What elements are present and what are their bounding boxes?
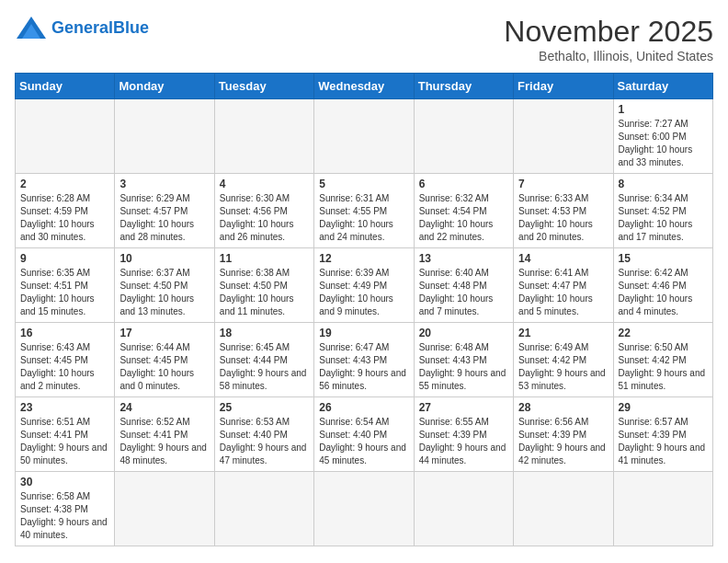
calendar-week-6: 30Sunrise: 6:58 AM Sunset: 4:38 PM Dayli… (16, 472, 713, 546)
day-number: 23 (20, 401, 109, 414)
day-number: 1 (619, 103, 708, 116)
day-info: Sunrise: 6:49 AM Sunset: 4:42 PM Dayligh… (518, 341, 608, 393)
column-header-monday: Monday (115, 74, 214, 99)
calendar-cell (414, 472, 513, 546)
day-info: Sunrise: 6:30 AM Sunset: 4:56 PM Dayligh… (220, 192, 309, 244)
calendar-cell (16, 99, 115, 174)
column-header-friday: Friday (514, 74, 613, 99)
column-header-thursday: Thursday (414, 74, 513, 99)
day-info: Sunrise: 6:51 AM Sunset: 4:41 PM Dayligh… (20, 416, 109, 467)
calendar-cell: 27Sunrise: 6:55 AM Sunset: 4:39 PM Dayli… (414, 397, 513, 472)
calendar-cell: 4Sunrise: 6:30 AM Sunset: 4:56 PM Daylig… (214, 174, 313, 248)
day-info: Sunrise: 6:32 AM Sunset: 4:54 PM Dayligh… (419, 192, 508, 244)
day-number: 7 (518, 178, 608, 190)
day-number: 8 (619, 178, 708, 190)
day-number: 22 (619, 327, 708, 339)
calendar-cell (115, 472, 214, 546)
calendar-cell: 10Sunrise: 6:37 AM Sunset: 4:50 PM Dayli… (115, 248, 214, 323)
day-info: Sunrise: 7:27 AM Sunset: 6:00 PM Dayligh… (619, 118, 708, 169)
calendar-cell: 5Sunrise: 6:31 AM Sunset: 4:55 PM Daylig… (314, 174, 414, 248)
day-info: Sunrise: 6:37 AM Sunset: 4:50 PM Dayligh… (119, 267, 209, 318)
calendar-cell: 25Sunrise: 6:53 AM Sunset: 4:40 PM Dayli… (214, 397, 313, 472)
calendar-cell: 2Sunrise: 6:28 AM Sunset: 4:59 PM Daylig… (16, 174, 115, 248)
calendar-cell (314, 99, 414, 174)
day-number: 3 (119, 178, 209, 190)
calendar-cell: 11Sunrise: 6:38 AM Sunset: 4:50 PM Dayli… (214, 248, 313, 323)
calendar-cell (214, 472, 313, 546)
day-number: 6 (419, 178, 508, 190)
day-number: 24 (119, 401, 209, 414)
calendar-cell: 24Sunrise: 6:52 AM Sunset: 4:41 PM Dayli… (115, 397, 214, 472)
day-info: Sunrise: 6:33 AM Sunset: 4:53 PM Dayligh… (518, 192, 608, 244)
column-header-sunday: Sunday (16, 74, 115, 99)
day-info: Sunrise: 6:48 AM Sunset: 4:43 PM Dayligh… (419, 341, 508, 393)
day-info: Sunrise: 6:28 AM Sunset: 4:59 PM Dayligh… (20, 192, 109, 244)
day-number: 17 (119, 327, 209, 339)
column-header-tuesday: Tuesday (214, 74, 313, 99)
day-number: 21 (518, 327, 608, 339)
calendar-cell (314, 472, 414, 546)
day-number: 10 (119, 252, 209, 265)
day-number: 25 (220, 401, 309, 414)
day-info: Sunrise: 6:57 AM Sunset: 4:39 PM Dayligh… (619, 416, 708, 467)
day-number: 4 (220, 178, 309, 190)
calendar-cell: 14Sunrise: 6:41 AM Sunset: 4:47 PM Dayli… (514, 248, 613, 323)
calendar-cell: 1Sunrise: 7:27 AM Sunset: 6:00 PM Daylig… (613, 99, 712, 174)
calendar-cell (115, 99, 214, 174)
day-info: Sunrise: 6:42 AM Sunset: 4:46 PM Dayligh… (619, 267, 708, 318)
calendar-cell: 8Sunrise: 6:34 AM Sunset: 4:52 PM Daylig… (613, 174, 712, 248)
calendar-cell: 21Sunrise: 6:49 AM Sunset: 4:42 PM Dayli… (514, 323, 613, 397)
day-number: 18 (220, 327, 309, 339)
calendar-cell: 7Sunrise: 6:33 AM Sunset: 4:53 PM Daylig… (514, 174, 613, 248)
day-number: 15 (619, 252, 708, 265)
day-info: Sunrise: 6:40 AM Sunset: 4:48 PM Dayligh… (419, 267, 508, 318)
logo-general: General (51, 18, 113, 37)
calendar-cell (414, 99, 513, 174)
logo-icon (15, 15, 48, 40)
day-info: Sunrise: 6:55 AM Sunset: 4:39 PM Dayligh… (419, 416, 508, 467)
day-info: Sunrise: 6:45 AM Sunset: 4:44 PM Dayligh… (220, 341, 309, 393)
calendar-cell: 9Sunrise: 6:35 AM Sunset: 4:51 PM Daylig… (16, 248, 115, 323)
column-header-wednesday: Wednesday (314, 74, 414, 99)
calendar-cell: 12Sunrise: 6:39 AM Sunset: 4:49 PM Dayli… (314, 248, 414, 323)
calendar-cell (514, 99, 613, 174)
day-info: Sunrise: 6:50 AM Sunset: 4:42 PM Dayligh… (619, 341, 708, 393)
day-info: Sunrise: 6:52 AM Sunset: 4:41 PM Dayligh… (119, 416, 209, 467)
day-number: 14 (518, 252, 608, 265)
day-info: Sunrise: 6:44 AM Sunset: 4:45 PM Dayligh… (119, 341, 209, 393)
day-number: 29 (619, 401, 708, 414)
day-info: Sunrise: 6:31 AM Sunset: 4:55 PM Dayligh… (319, 192, 408, 244)
calendar-cell: 13Sunrise: 6:40 AM Sunset: 4:48 PM Dayli… (414, 248, 513, 323)
day-number: 16 (20, 327, 109, 339)
logo-text: GeneralBlue (51, 19, 149, 36)
calendar-cell: 17Sunrise: 6:44 AM Sunset: 4:45 PM Dayli… (115, 323, 214, 397)
calendar-cell: 18Sunrise: 6:45 AM Sunset: 4:44 PM Dayli… (214, 323, 313, 397)
calendar-cell: 23Sunrise: 6:51 AM Sunset: 4:41 PM Dayli… (16, 397, 115, 472)
calendar-week-2: 2Sunrise: 6:28 AM Sunset: 4:59 PM Daylig… (16, 174, 713, 248)
day-number: 27 (419, 401, 508, 414)
calendar-cell: 3Sunrise: 6:29 AM Sunset: 4:57 PM Daylig… (115, 174, 214, 248)
day-number: 5 (319, 178, 408, 190)
day-number: 9 (20, 252, 109, 265)
title-area: November 2025 Bethalto, Illinois, United… (504, 15, 713, 63)
day-number: 2 (20, 178, 109, 190)
logo: GeneralBlue (15, 15, 149, 40)
calendar-cell (613, 472, 712, 546)
day-number: 12 (319, 252, 408, 265)
calendar-cell (214, 99, 313, 174)
day-info: Sunrise: 6:34 AM Sunset: 4:52 PM Dayligh… (619, 192, 708, 244)
day-number: 13 (419, 252, 508, 265)
calendar-cell: 30Sunrise: 6:58 AM Sunset: 4:38 PM Dayli… (16, 472, 115, 546)
day-info: Sunrise: 6:41 AM Sunset: 4:47 PM Dayligh… (518, 267, 608, 318)
location: Bethalto, Illinois, United States (504, 49, 713, 63)
day-info: Sunrise: 6:38 AM Sunset: 4:50 PM Dayligh… (220, 267, 309, 318)
calendar-cell: 29Sunrise: 6:57 AM Sunset: 4:39 PM Dayli… (613, 397, 712, 472)
calendar-cell: 19Sunrise: 6:47 AM Sunset: 4:43 PM Dayli… (314, 323, 414, 397)
column-header-saturday: Saturday (613, 74, 712, 99)
calendar-cell: 26Sunrise: 6:54 AM Sunset: 4:40 PM Dayli… (314, 397, 414, 472)
calendar: SundayMondayTuesdayWednesdayThursdayFrid… (15, 73, 713, 546)
day-info: Sunrise: 6:35 AM Sunset: 4:51 PM Dayligh… (20, 267, 109, 318)
calendar-week-5: 23Sunrise: 6:51 AM Sunset: 4:41 PM Dayli… (16, 397, 713, 472)
day-number: 26 (319, 401, 408, 414)
day-info: Sunrise: 6:56 AM Sunset: 4:39 PM Dayligh… (518, 416, 608, 467)
